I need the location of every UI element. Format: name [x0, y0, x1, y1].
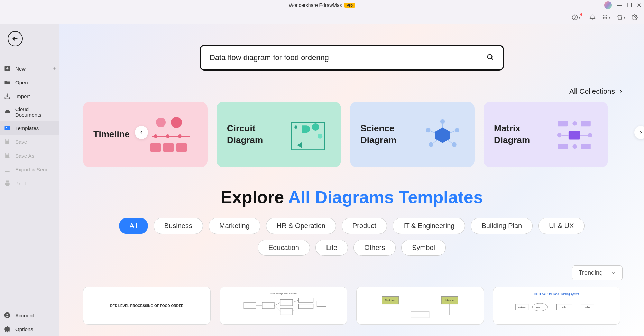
explore-highlight: All Diagrams Templates [288, 188, 483, 207]
svg-line-40 [450, 131, 454, 133]
filter-pill-it[interactable]: IT & Engineering [393, 218, 466, 234]
all-collections-label: All Collections [569, 87, 615, 95]
carousel-prev-button[interactable] [135, 126, 148, 139]
svg-point-34 [426, 128, 430, 132]
sidebar-item-account[interactable]: Account [0, 308, 59, 322]
template-thumb: CustomerKitchen [360, 290, 480, 321]
sidebar-item-options[interactable]: Options [0, 322, 59, 336]
sort-label: Trending [579, 269, 603, 277]
filter-pill-building[interactable]: Building Plan [471, 218, 533, 234]
svg-text:customer: customer [518, 306, 526, 308]
category-card-circuit[interactable]: Circuit Diagram [217, 102, 341, 167]
bell-icon[interactable] [589, 14, 596, 20]
category-card-science[interactable]: Science Diagram [350, 102, 475, 167]
category-title: Matrix Diagram [494, 123, 552, 146]
shirt-icon[interactable]: ▾ [617, 14, 625, 20]
svg-point-16 [7, 314, 8, 315]
svg-rect-49 [558, 144, 568, 149]
search-input[interactable] [210, 53, 472, 62]
minimize-button[interactable]: — [617, 2, 622, 8]
svg-line-41 [433, 140, 437, 143]
svg-point-18 [488, 54, 492, 59]
filter-pill-all[interactable]: All [119, 218, 148, 234]
filter-pill-symbol[interactable]: Symbol [401, 240, 446, 256]
app-title: Wondershare EdrawMax [289, 2, 342, 8]
svg-text:Customer: Customer [385, 299, 396, 301]
maximize-button[interactable]: ❐ [627, 2, 632, 9]
all-collections-link[interactable]: All Collections [569, 87, 623, 95]
svg-point-2 [603, 15, 604, 16]
svg-point-3 [605, 15, 606, 16]
carousel-next-button[interactable] [634, 126, 644, 139]
sidebar-item-cloud[interactable]: Cloud Documents [0, 103, 59, 121]
sidebar-item-new[interactable]: New + [0, 62, 59, 75]
svg-point-22 [154, 134, 157, 138]
plus-icon[interactable]: + [52, 65, 56, 72]
sidebar-item-label: Account [15, 312, 34, 318]
plus-square-icon [3, 65, 11, 72]
svg-point-19 [156, 118, 166, 127]
template-card[interactable]: DFD LEVEL PROCESSING OF FOOD ORDER [83, 287, 211, 325]
sidebar-item-label: Export & Send [15, 167, 49, 172]
filter-pill-marketing[interactable]: Marketing [209, 218, 260, 234]
sort-select[interactable]: Trending [572, 265, 623, 280]
template-card[interactable]: DFD Level 1 for Food Ordering systemcust… [493, 287, 620, 325]
help-icon[interactable]: ▾ [572, 14, 583, 20]
category-title: Circuit Diagram [227, 123, 285, 146]
filter-pill-hr[interactable]: HR & Operation [266, 218, 336, 234]
sidebar-item-export: Export & Send [0, 162, 59, 176]
template-card[interactable]: CustomerKitchen [356, 287, 484, 325]
svg-rect-57 [280, 299, 293, 306]
svg-rect-14 [6, 127, 7, 128]
sidebar-item-open[interactable]: Open [0, 75, 59, 89]
svg-rect-56 [262, 302, 274, 309]
sidebar-item-label: Import [15, 93, 30, 99]
svg-text:order: order [562, 306, 567, 308]
filter-pill-life[interactable]: Life [315, 240, 348, 256]
svg-point-37 [452, 142, 456, 147]
svg-rect-45 [581, 121, 590, 126]
explore-heading: Explore All Diagrams Templates [59, 187, 644, 207]
sidebar-item-templates[interactable]: Templates [0, 121, 59, 135]
account-icon [3, 311, 11, 319]
template-thumb: DFD LEVEL PROCESSING OF FOOD ORDER [87, 290, 207, 321]
search-icon[interactable] [486, 53, 494, 63]
search-bar[interactable] [200, 45, 504, 71]
svg-point-35 [454, 128, 459, 132]
category-title: Timeline [93, 129, 130, 140]
svg-point-33 [440, 119, 445, 124]
close-button[interactable]: ✕ [637, 2, 641, 9]
category-card-matrix[interactable]: Matrix Diagram [484, 102, 608, 167]
svg-point-20 [171, 117, 182, 128]
filter-pill-education[interactable]: Education [258, 240, 310, 256]
filter-pill-product[interactable]: Product [342, 218, 387, 234]
svg-rect-27 [176, 143, 187, 152]
svg-rect-58 [280, 309, 293, 315]
svg-point-4 [606, 15, 607, 16]
svg-rect-46 [569, 131, 580, 139]
filter-pill-uiux[interactable]: UI & UX [538, 218, 585, 234]
grid-icon[interactable]: ▾ [602, 14, 610, 20]
divider [479, 50, 479, 65]
sidebar-item-import[interactable]: Import [0, 89, 59, 103]
filter-pill-others[interactable]: Others [353, 240, 396, 256]
svg-line-42 [448, 140, 452, 143]
template-thumb: DFD Level 1 for Food Ordering systemcust… [497, 290, 617, 321]
print-icon [3, 179, 11, 187]
svg-point-29 [312, 123, 319, 131]
filter-pill-business[interactable]: Business [154, 218, 203, 234]
cloud-icon [3, 108, 11, 116]
svg-point-47 [557, 133, 561, 137]
svg-point-31 [294, 125, 297, 129]
export-icon [3, 166, 11, 173]
svg-rect-51 [581, 144, 590, 149]
back-button[interactable] [8, 31, 23, 46]
avatar-icon[interactable] [604, 1, 612, 9]
svg-text:Customer Payment Information: Customer Payment Information [269, 292, 298, 295]
template-card[interactable]: Customer Payment Information [220, 287, 347, 325]
timeline-illustration [145, 112, 197, 157]
filter-row: All Business Marketing HR & Operation Pr… [59, 218, 644, 256]
sidebar-item-label: Cloud Documents [15, 106, 56, 118]
gear-icon[interactable] [632, 14, 638, 20]
svg-point-23 [166, 134, 169, 138]
